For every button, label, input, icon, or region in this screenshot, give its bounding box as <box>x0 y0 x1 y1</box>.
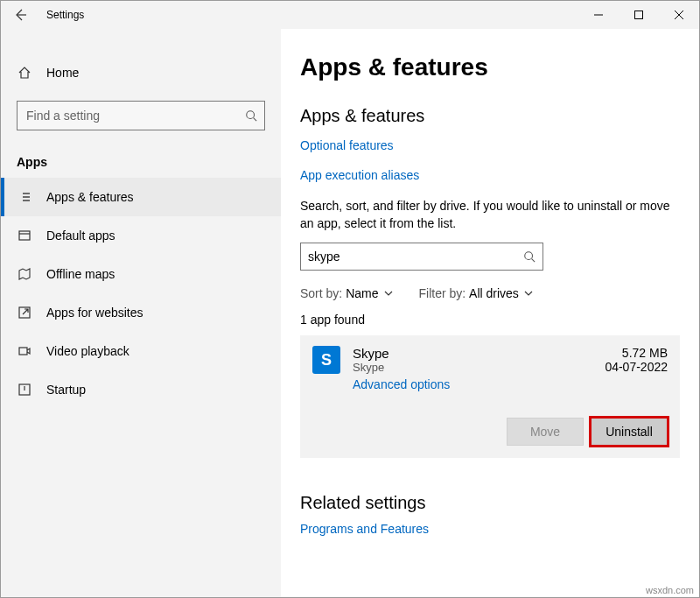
skype-icon: S <box>312 346 340 374</box>
advanced-options-link[interactable]: Advanced options <box>353 377 605 391</box>
startup-icon <box>17 383 32 397</box>
section-title: Apps & features <box>300 106 680 126</box>
sidebar-item-label: Startup <box>46 383 86 397</box>
minimize-button[interactable] <box>578 1 619 29</box>
video-icon <box>17 344 32 358</box>
search-icon <box>523 250 536 263</box>
related-settings-title: Related settings <box>300 493 680 513</box>
svg-rect-1 <box>635 11 643 19</box>
maximize-button[interactable] <box>619 1 659 29</box>
sidebar-item-startup[interactable]: Startup <box>1 370 281 409</box>
sidebar-item-label: Apps & features <box>46 190 134 204</box>
chevron-down-icon <box>384 289 393 298</box>
watermark: wsxdn.com <box>646 585 694 595</box>
app-search-input[interactable]: skype <box>300 243 543 271</box>
sidebar-item-label: Apps for websites <box>46 306 144 320</box>
app-publisher: Skype <box>353 361 605 374</box>
move-button: Move <box>507 418 584 446</box>
home-label: Home <box>46 66 79 80</box>
svg-point-4 <box>247 111 255 119</box>
svg-rect-12 <box>19 231 30 240</box>
result-count: 1 app found <box>300 313 680 327</box>
sort-by-dropdown[interactable]: Sort by: Name <box>300 286 393 300</box>
chevron-down-icon <box>524 289 533 298</box>
back-button[interactable] <box>1 1 39 29</box>
settings-window: Settings Home Find a setting <box>0 0 700 598</box>
titlebar: Settings <box>1 1 699 29</box>
list-icon <box>17 190 32 204</box>
map-icon <box>17 267 32 281</box>
filter-by-dropdown[interactable]: Filter by: All drives <box>419 286 533 300</box>
search-icon <box>245 109 257 122</box>
search-placeholder: Find a setting <box>26 109 245 123</box>
optional-features-link[interactable]: Optional features <box>300 138 394 152</box>
maximize-icon <box>634 10 644 20</box>
close-button[interactable] <box>659 1 699 29</box>
app-date: 04-07-2022 <box>605 360 668 374</box>
window-controls <box>578 1 699 29</box>
sidebar-item-apps-for-websites[interactable]: Apps for websites <box>1 293 281 332</box>
svg-line-18 <box>532 259 536 263</box>
find-setting-input[interactable]: Find a setting <box>17 101 265 130</box>
defaults-icon <box>17 229 32 243</box>
programs-and-features-link[interactable]: Programs and Features <box>300 522 429 536</box>
page-title: Apps & features <box>300 53 680 81</box>
sidebar-group-label: Apps <box>1 143 281 178</box>
sidebar-item-default-apps[interactable]: Default apps <box>1 216 281 255</box>
svg-rect-15 <box>19 348 27 355</box>
sidebar: Home Find a setting Apps Apps & features <box>1 29 281 597</box>
home-nav[interactable]: Home <box>1 53 281 92</box>
sidebar-item-label: Default apps <box>46 229 116 243</box>
app-search-value: skype <box>308 250 523 264</box>
window-title: Settings <box>39 9 84 21</box>
close-icon <box>674 10 684 20</box>
sidebar-item-label: Video playback <box>46 344 130 358</box>
home-icon <box>17 66 32 80</box>
uninstall-button[interactable]: Uninstall <box>591 418 668 446</box>
sidebar-item-offline-maps[interactable]: Offline maps <box>1 255 281 293</box>
sidebar-item-label: Offline maps <box>46 267 115 281</box>
app-name: Skype <box>353 346 605 361</box>
svg-point-17 <box>525 252 533 260</box>
arrow-left-icon <box>13 8 27 22</box>
export-icon <box>17 306 32 320</box>
app-execution-aliases-link[interactable]: App execution aliases <box>300 168 419 182</box>
app-size: 5.72 MB <box>605 346 668 360</box>
main-content: Apps & features Apps & features Optional… <box>281 29 699 597</box>
help-text: Search, sort, and filter by drive. If yo… <box>300 198 676 232</box>
sidebar-item-video-playback[interactable]: Video playback <box>1 332 281 370</box>
app-card[interactable]: S Skype Skype Advanced options 5.72 MB 0… <box>300 335 680 458</box>
svg-line-5 <box>254 118 257 122</box>
sidebar-item-apps-features[interactable]: Apps & features <box>1 178 281 216</box>
minimize-icon <box>593 10 604 20</box>
